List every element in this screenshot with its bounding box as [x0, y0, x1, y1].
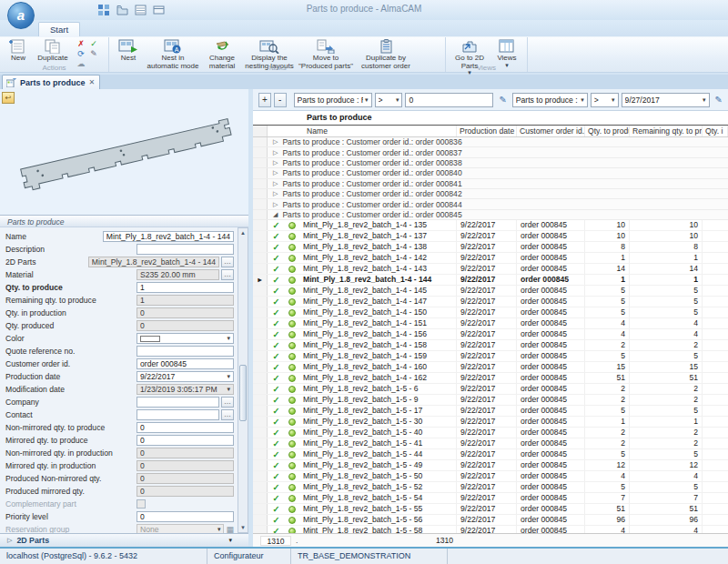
table-row[interactable]: ▸✓Mint_Ply_1.8_rev2_batch_1-4 - 1449/22/… [253, 275, 728, 286]
table-row[interactable]: ✓Mint_Ply_1.8_rev2_batch_1-5 - 509/22/20… [253, 471, 728, 482]
toggle-properties-icon[interactable]: ↩ [2, 92, 15, 104]
2d-parts-ellipsis-button[interactable]: … [221, 257, 234, 267]
dropdown-arrow-icon[interactable]: ▾ [217, 526, 221, 533]
section-expand-icon[interactable]: ▾ [228, 537, 232, 544]
company-field[interactable] [136, 397, 219, 408]
properties-section-header[interactable]: Parts to produce [0, 215, 252, 227]
table-row[interactable]: ✓Mint_Ply_1.8_rev2_batch_1-5 - 179/22/20… [253, 406, 728, 417]
column-header-qty-in-production[interactable]: Qty. i [703, 126, 728, 136]
almacam-logo[interactable]: a [7, 2, 35, 29]
column-header-name[interactable]: Name [268, 126, 457, 136]
new-button[interactable]: New [4, 38, 33, 65]
table-row[interactable]: ✓Mint_Ply_1.8_rev2_batch_1-4 - 1479/22/2… [253, 297, 728, 307]
close-tab-icon[interactable]: ✕ [89, 78, 96, 86]
group-row[interactable]: ▷Parts to produce : Customer order id.: … [253, 168, 728, 178]
table-row[interactable]: ✓Mint_Ply_1.8_rev2_batch_1-4 - 1379/22/2… [253, 231, 728, 242]
nest-button[interactable]: Nest [112, 38, 145, 65]
go-to-2d-parts-button[interactable]: Go to 2D Parts ▾ [449, 38, 490, 65]
expand-icon[interactable]: ▷ [273, 201, 278, 208]
description-field[interactable] [136, 244, 234, 255]
filter-operator-select[interactable]: > ▾ [375, 93, 403, 107]
table-row[interactable]: ✓Mint_Ply_1.8_rev2_batch_1-5 - 409/22/20… [253, 428, 728, 438]
group-row[interactable]: ▷Parts to produce : Customer order id.: … [253, 189, 728, 199]
delete-icon[interactable]: ✗ [75, 39, 87, 49]
collapse-icon[interactable]: ◢ [273, 211, 278, 218]
change-material-button[interactable]: Change material [201, 38, 243, 65]
move-to-produced-button[interactable]: Move to "Produced parts" [296, 38, 356, 65]
column-header-customer-order[interactable]: Customer order id. ▲ [517, 126, 585, 136]
table-row[interactable]: ✓Mint_Ply_1.8_rev2_batch_1-4 - 1389/22/2… [253, 242, 728, 253]
table-row[interactable]: ✓Mint_Ply_1.8_rev2_batch_1-4 - 1609/22/2… [253, 362, 728, 373]
tab-start[interactable]: Start [38, 22, 80, 36]
filter-value-input[interactable]: 0 [405, 93, 493, 107]
table-row[interactable]: ✓Mint_Ply_1.8_rev2_batch_1-5 - 569/22/20… [253, 515, 728, 526]
group-row[interactable]: ◢Parts to produce : Customer order id.: … [253, 210, 728, 220]
column-header-remaining-qty[interactable]: Remaining qty. to produce [630, 126, 703, 136]
nest-automatic-button[interactable]: A Nest in automatic mode [145, 38, 201, 65]
clear-filter-icon[interactable]: ✎ [499, 95, 506, 105]
group-row[interactable]: ▷Parts to produce : Customer order id.: … [253, 179, 728, 189]
table-row[interactable]: ✓Mint_Ply_1.8_rev2_batch_1-5 - 309/22/20… [253, 417, 728, 428]
edit-icon[interactable]: ✎ [87, 49, 100, 59]
clear-filter-icon[interactable]: ✎ [715, 95, 723, 105]
table-row[interactable]: ✓Mint_Ply_1.8_rev2_batch_1-4 - 1439/22/2… [253, 264, 728, 275]
expand-icon[interactable]: ▷ [7, 537, 12, 544]
dropdown-arrow-icon[interactable]: ▾ [227, 373, 230, 380]
expand-icon[interactable]: ▷ [273, 138, 278, 146]
table-row[interactable]: ✓Mint_Ply_1.8_rev2_batch_1-4 - 1589/22/2… [253, 340, 728, 351]
remove-filter-button[interactable]: - [274, 93, 287, 107]
color-field[interactable]: ▾ [136, 333, 234, 344]
contact-ellipsis-button[interactable]: … [221, 409, 234, 420]
quote-reference-no-field[interactable] [136, 346, 234, 357]
table-row[interactable]: ✓Mint_Ply_1.8_rev2_batch_1-4 - 1599/22/2… [253, 351, 728, 362]
add-filter-button[interactable]: + [258, 93, 271, 107]
customer-order-id-field[interactable]: order 000845 [136, 358, 234, 369]
non-mirrored-qty-to-produce-field[interactable]: 0 [136, 422, 234, 433]
table-row[interactable]: ✓Mint_Ply_1.8_rev2_batch_1-5 - 529/22/20… [253, 482, 728, 493]
filter-operator-select-2[interactable]: > ▾ [591, 93, 619, 107]
production-date-field[interactable]: 9/22/2017▾ [136, 371, 234, 382]
mirrored-qty-to-produce-field[interactable]: 0 [136, 435, 234, 446]
validate-icon[interactable]: ✓ [87, 39, 100, 49]
group-row[interactable]: ▷Parts to produce : Customer order id.: … [253, 158, 728, 168]
expand-icon[interactable]: ▷ [273, 149, 278, 156]
scroll-down-icon[interactable]: ▼ [238, 523, 248, 532]
name-field[interactable]: Mint_Ply_1.8_rev2_batch_1-4 - 144 [103, 231, 234, 242]
dropdown-arrow-icon[interactable]: ▾ [227, 386, 230, 393]
dropdown-arrow-icon[interactable]: ▾ [227, 335, 230, 342]
table-row[interactable]: ✓Mint_Ply_1.8_rev2_batch_1-5 - 589/22/20… [253, 526, 728, 533]
table-row[interactable]: ✓Mint_Ply_1.8_rev2_batch_1-5 - 559/22/20… [253, 504, 728, 515]
group-row[interactable]: ▷Parts to produce : Customer order id.: … [253, 199, 728, 209]
filter-field-select[interactable]: Parts to produce : Re... ▾ [294, 93, 372, 107]
table-row[interactable]: ✓Mint_Ply_1.8_rev2_batch_1-5 - 499/22/20… [253, 460, 728, 471]
column-header-production-date[interactable]: Production date [457, 126, 517, 136]
table-row[interactable]: ✓Mint_Ply_1.8_rev2_batch_1-4 - 1569/22/2… [253, 329, 728, 340]
table-row[interactable]: ✓Mint_Ply_1.8_rev2_batch_1-5 - 99/22/201… [253, 395, 728, 406]
scrollbar-thumb[interactable] [239, 365, 247, 421]
expand-icon[interactable]: ▷ [273, 180, 278, 187]
refresh-icon[interactable]: ⟳ [75, 49, 87, 59]
display-nesting-layouts-button[interactable]: Display the nesting layouts [243, 38, 296, 65]
table-row[interactable]: ✓Mint_Ply_1.8_rev2_batch_1-4 - 1519/22/2… [253, 318, 728, 329]
priority-level-field[interactable]: 0 [136, 511, 234, 522]
duplicate-button[interactable]: Duplicate [33, 38, 73, 65]
tab-parts-to-produce[interactable]: Parts to produce ✕ [2, 75, 100, 89]
table-row[interactable]: ✓Mint_Ply_1.8_rev2_batch_1-4 - 1459/22/2… [253, 286, 728, 297]
qty-to-produce-field[interactable]: 1 [136, 282, 234, 293]
table-row[interactable]: ✓Mint_Ply_1.8_rev2_batch_1-5 - 549/22/20… [253, 493, 728, 504]
expand-icon[interactable]: ▷ [273, 169, 278, 176]
group-row[interactable]: ▷Parts to produce : Customer order id.: … [253, 147, 728, 157]
table-row[interactable]: ✓Mint_Ply_1.8_rev2_batch_1-4 - 1359/22/2… [253, 220, 728, 231]
table-row[interactable]: ✓Mint_Ply_1.8_rev2_batch_1-5 - 449/22/20… [253, 449, 728, 460]
group-row[interactable]: ▷Parts to produce : Customer order id.: … [253, 137, 728, 147]
views-button[interactable]: Views ▾ [490, 38, 523, 65]
company-ellipsis-button[interactable]: … [221, 397, 234, 408]
material-ellipsis-button[interactable]: … [221, 269, 234, 280]
scroll-up-icon[interactable]: ▲ [238, 228, 248, 237]
parts-2d-section-bar[interactable]: ▷ 2D Parts ▾ [0, 533, 252, 547]
table-row[interactable]: ✓Mint_Ply_1.8_rev2_batch_1-5 - 69/22/201… [253, 384, 728, 395]
duplicate-by-customer-order-button[interactable]: Duplicate by customer order [356, 38, 416, 65]
filter-field-select-2[interactable]: Parts to produce : Mo... ▾ [512, 93, 588, 107]
expand-icon[interactable]: ▷ [273, 159, 278, 166]
contact-field[interactable] [136, 409, 219, 420]
